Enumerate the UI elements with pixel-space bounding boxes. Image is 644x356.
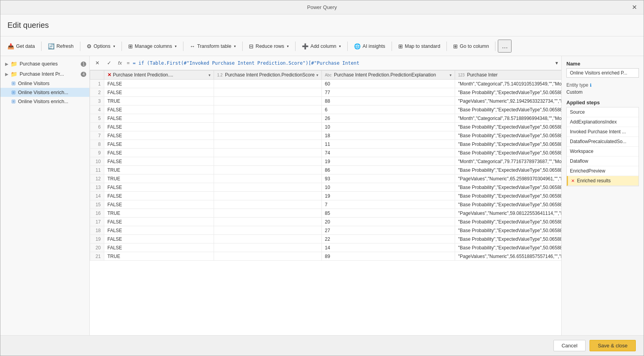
window-title: Power Query [307, 4, 337, 10]
cell-col3: 6 [321, 105, 455, 114]
step-item-dataflow[interactable]: DataflowPrecalculatedSo... [567, 137, 639, 147]
step-item-workspace[interactable]: Workspace [567, 147, 639, 156]
add-column-button[interactable]: ➕ Add column ▾ [298, 41, 345, 52]
entity-type-value: Custom [566, 89, 639, 95]
step-item-enriched-results[interactable]: ✕Enriched results [567, 176, 639, 186]
cell-col4: "Base Probability","ExpectedValueType",5… [455, 218, 561, 226]
reduce-rows-chevron-icon: ▾ [287, 44, 289, 48]
cell-col2 [214, 97, 322, 105]
purchase-queries-badge: 1 [81, 62, 86, 67]
table-row: 6 FALSE 10 "Base Probability","ExpectedV… [90, 123, 562, 131]
cell-col3: 19 [321, 157, 455, 166]
step-item-add-explanations[interactable]: AddExplanationsIndex [567, 117, 639, 127]
table-row: 18 FALSE 27 "Base Probability","Expected… [90, 226, 562, 235]
cell-col1: FALSE [104, 183, 214, 192]
cell-col4: "Base Probability","ExpectedValueType",5… [455, 192, 561, 200]
cell-col3: 60 [321, 80, 455, 88]
table-icon: ⊞ [11, 80, 16, 86]
col1-filter-button[interactable]: ▾ [209, 73, 210, 77]
transform-table-button[interactable]: ↔ Transform table ▾ [186, 41, 240, 52]
cell-col1: FALSE [104, 218, 214, 226]
row-number: 6 [90, 123, 104, 131]
name-input[interactable] [566, 68, 639, 78]
row-number-header [90, 71, 104, 80]
cancel-button[interactable]: Cancel [553, 340, 586, 351]
formula-equals: = [127, 60, 130, 66]
cell-col1: FALSE [104, 149, 214, 157]
formula-expand-icon[interactable]: ▾ [555, 60, 558, 66]
step-item-invoked-purchase[interactable]: Invoked Purchase Intent ... [567, 127, 639, 137]
cell-col2 [214, 105, 322, 114]
cell-col4: "PageValues","Numeric",59.08122553641114… [455, 209, 561, 218]
cell-col3: 85 [321, 209, 455, 218]
formula-content[interactable]: = if (Table.First(#"Invoked Purchase Int… [133, 60, 552, 66]
cell-col3: 22 [321, 235, 455, 243]
content-area: ✕ ✓ fx = = if (Table.First(#"Invoked Pur… [90, 56, 561, 335]
cell-col4: "PageValues","Numeric",56.65518857557146… [455, 252, 561, 261]
cell-col2 [214, 243, 322, 252]
col3-filter-button[interactable]: ▾ [450, 73, 452, 77]
formula-cancel-button[interactable]: ✕ [93, 59, 102, 67]
save-close-button[interactable]: Save & close [590, 340, 636, 351]
cell-col1: TRUE [104, 174, 214, 183]
map-to-standard-icon: ⊞ [398, 43, 403, 49]
sidebar-item-online-visitors-enrich-1[interactable]: ⊞ Online Visitors enrich... [0, 88, 89, 97]
get-data-button[interactable]: 📥 Get data [4, 41, 39, 52]
cell-col3: 74 [321, 149, 455, 157]
cell-col2 [214, 183, 322, 192]
grid-container[interactable]: ✕ Purchase Intent Prediction.... ▾ 1.2 [90, 70, 561, 335]
step-item-source[interactable]: Source [567, 107, 639, 117]
col1-name: Purchase Intent Prediction.... [113, 72, 173, 78]
cell-col3: 77 [321, 88, 455, 97]
refresh-button[interactable]: 🔄 Refresh [44, 41, 78, 52]
cell-col3: 19 [321, 192, 455, 200]
cell-col3: 26 [321, 114, 455, 123]
cell-col4: "Base Probability","ExpectedValueType",5… [455, 123, 561, 131]
sidebar-group-purchase-header[interactable]: ▶ 📁 Purchase queries 1 [0, 59, 89, 69]
cell-col3: 20 [321, 218, 455, 226]
cell-col2 [214, 80, 322, 88]
reduce-rows-button[interactable]: ⊟ Reduce rows ▾ [245, 41, 293, 52]
sidebar-group-purchase: ▶ 📁 Purchase queries 1 [0, 59, 89, 69]
expand-icon: ▶ [5, 62, 8, 67]
transform-icon: ↔ [190, 43, 195, 49]
row-number: 9 [90, 149, 104, 157]
step-item-enriched-preview[interactable]: EnrichedPreview [567, 166, 639, 176]
toolbar-separator-1 [41, 42, 42, 51]
cell-col4: "Base Probability","ExpectedValueType",5… [455, 235, 561, 243]
cell-col4: "Base Probability","ExpectedValueType",5… [455, 131, 561, 140]
sidebar-group-purchase-intent: ▶ 📁 Purchase Intent Pr... 4 ⊞ Online Vis… [0, 69, 89, 106]
entity-type-info-icon[interactable]: ℹ [590, 83, 591, 88]
col4-type-icon: 123 [458, 73, 465, 77]
go-to-column-button[interactable]: ⊞ Go to column [449, 41, 493, 52]
close-button[interactable]: ✕ [629, 2, 640, 13]
cell-col3: 10 [321, 123, 455, 131]
cell-col2 [214, 218, 322, 226]
table-row: 7 FALSE 18 "Base Probability","ExpectedV… [90, 131, 562, 140]
cell-col2 [214, 226, 322, 235]
step-label: Workspace [570, 149, 593, 154]
cell-col3: 14 [321, 243, 455, 252]
steps-list: SourceAddExplanationsIndexInvoked Purcha… [566, 107, 639, 186]
cell-col2 [214, 252, 322, 261]
more-button[interactable]: ... [498, 40, 512, 53]
purchase-intent-badge: 4 [81, 72, 86, 77]
refresh-icon: 🔄 [48, 43, 54, 49]
ai-insights-button[interactable]: 🌐 AI insights [350, 41, 389, 52]
formula-confirm-button[interactable]: ✓ [105, 59, 113, 67]
sidebar-group-purchase-intent-header[interactable]: ▶ 📁 Purchase Intent Pr... 4 [0, 69, 89, 79]
manage-columns-button[interactable]: ⊞ Manage columns ▾ [124, 41, 181, 52]
table-row: 16 TRUE 85 "PageValues","Numeric",59.081… [90, 209, 562, 218]
cell-col3: 10 [321, 183, 455, 192]
col2-name: Purchase Intent Prediction.PredictionSco… [225, 72, 315, 78]
options-button[interactable]: ⚙ Options ▾ [83, 41, 119, 52]
sidebar-item-online-visitors-enrich-2[interactable]: ⊞ Online Visitors enrich... [0, 97, 89, 106]
step-item-dataflow2[interactable]: Dataflow [567, 156, 639, 166]
cell-col1: FALSE [104, 88, 214, 97]
col2-filter-button[interactable]: ▾ [316, 73, 318, 77]
step-label: EnrichedPreview [570, 168, 605, 174]
manage-columns-icon: ⊞ [128, 43, 133, 49]
cell-col4: "PageValues","Numeric",92.19429633232734… [455, 97, 561, 105]
sidebar-item-online-visitors[interactable]: ⊞ Online Visitors [0, 79, 89, 88]
map-to-standard-button[interactable]: ⊞ Map to standard [394, 41, 444, 52]
